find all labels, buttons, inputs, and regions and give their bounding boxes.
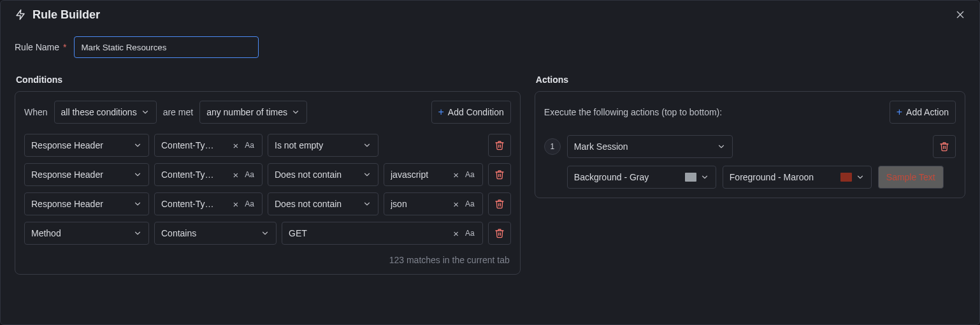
match-mode-select[interactable]: all these conditions	[54, 101, 157, 124]
delete-condition-button[interactable]	[488, 192, 511, 215]
condition-operator-select[interactable]: Is not empty	[268, 134, 378, 157]
match-count-note: 123 matches in the current tab	[24, 255, 511, 265]
action-type-select[interactable]: Mark Session	[567, 135, 733, 158]
clear-icon[interactable]: ×	[232, 141, 240, 150]
foreground-color-select[interactable]: Foreground - Maroon	[723, 166, 872, 189]
frequency-select[interactable]: any number of times	[199, 101, 307, 124]
action-style-row: Background - Gray Foreground - Maroon Sa…	[567, 166, 956, 189]
condition-value-input[interactable]: json × Aa	[384, 192, 483, 215]
delete-condition-button[interactable]	[488, 222, 511, 245]
condition-field-select[interactable]: Response Header	[24, 192, 149, 215]
titlebar: Rule Builder	[1, 1, 979, 26]
condition-key-input[interactable]: Content-Ty… × Aa	[154, 134, 263, 157]
condition-row: Response Header Content-Ty… × Aa Does no…	[24, 192, 511, 215]
rule-name-label: Rule Name *	[15, 42, 66, 52]
chevron-down-icon	[363, 199, 371, 208]
case-toggle-icon[interactable]: Aa	[243, 199, 256, 208]
plus-icon: +	[897, 107, 902, 117]
sample-preview: Sample Text	[878, 166, 944, 189]
chevron-down-icon	[700, 173, 709, 182]
chevron-down-icon	[133, 229, 142, 238]
actions-title: Actions	[536, 75, 965, 85]
chevron-down-icon	[856, 173, 865, 182]
actions-intro: Execute the following actions (top to bo…	[544, 107, 722, 117]
chevron-down-icon	[133, 199, 142, 208]
page-title: Rule Builder	[32, 8, 100, 22]
case-toggle-icon[interactable]: Aa	[243, 170, 256, 179]
case-toggle-icon[interactable]: Aa	[243, 141, 256, 150]
case-toggle-icon[interactable]: Aa	[464, 199, 476, 208]
case-toggle-icon[interactable]: Aa	[464, 229, 476, 238]
color-swatch-gray	[685, 173, 696, 182]
clear-icon[interactable]: ×	[232, 199, 240, 209]
when-label: When	[24, 107, 48, 117]
add-condition-button[interactable]: + Add Condition	[431, 101, 511, 124]
actions-panel: Execute the following actions (top to bo…	[535, 91, 965, 198]
are-met-label: are met	[163, 107, 193, 117]
delete-condition-button[interactable]	[488, 163, 511, 186]
chevron-down-icon	[363, 141, 371, 150]
chevron-down-icon	[363, 170, 371, 179]
condition-field-select[interactable]: Method	[24, 222, 149, 245]
color-swatch-maroon	[840, 173, 852, 182]
lightning-icon	[15, 9, 26, 20]
clear-icon[interactable]: ×	[452, 170, 460, 180]
chevron-down-icon	[133, 170, 142, 179]
case-toggle-icon[interactable]: Aa	[464, 170, 476, 179]
condition-operator-select[interactable]: Does not contain	[268, 163, 378, 186]
chevron-down-icon	[261, 229, 270, 238]
condition-row: Response Header Content-Ty… × Aa Does no…	[24, 163, 511, 186]
condition-row: Method Contains GET × Aa	[24, 222, 511, 245]
condition-operator-select[interactable]: Contains	[154, 222, 277, 245]
chevron-down-icon	[291, 108, 300, 117]
clear-icon[interactable]: ×	[452, 199, 460, 209]
condition-operator-select[interactable]: Does not contain	[268, 192, 378, 215]
chevron-down-icon	[133, 141, 142, 150]
clear-icon[interactable]: ×	[452, 229, 460, 238]
condition-value-input[interactable]: javascript × Aa	[384, 163, 483, 186]
condition-value-input[interactable]: GET × Aa	[282, 222, 483, 245]
condition-field-select[interactable]: Response Header	[24, 134, 149, 157]
action-row: 1 Mark Session	[544, 135, 956, 158]
close-icon[interactable]	[953, 7, 968, 22]
condition-field-select[interactable]: Response Header	[24, 163, 149, 186]
chevron-down-icon	[717, 142, 726, 151]
add-action-button[interactable]: + Add Action	[890, 101, 956, 124]
action-order-badge: 1	[544, 138, 561, 155]
clear-icon[interactable]: ×	[232, 170, 240, 180]
delete-condition-button[interactable]	[488, 134, 511, 157]
condition-key-input[interactable]: Content-Ty… × Aa	[154, 192, 263, 215]
condition-row: Response Header Content-Ty… × Aa Is not …	[24, 134, 511, 157]
condition-key-input[interactable]: Content-Ty… × Aa	[154, 163, 263, 186]
chevron-down-icon	[141, 108, 150, 117]
background-color-select[interactable]: Background - Gray	[567, 166, 716, 189]
conditions-title: Conditions	[16, 75, 521, 85]
delete-action-button[interactable]	[933, 135, 956, 158]
rule-name-row: Rule Name *	[15, 36, 965, 58]
rule-builder-window: Rule Builder Rule Name * Conditions When	[0, 0, 980, 325]
rule-name-input[interactable]	[74, 36, 259, 58]
required-asterisk: *	[63, 42, 66, 52]
plus-icon: +	[438, 107, 444, 117]
conditions-panel: When all these conditions are met any nu…	[15, 91, 521, 275]
